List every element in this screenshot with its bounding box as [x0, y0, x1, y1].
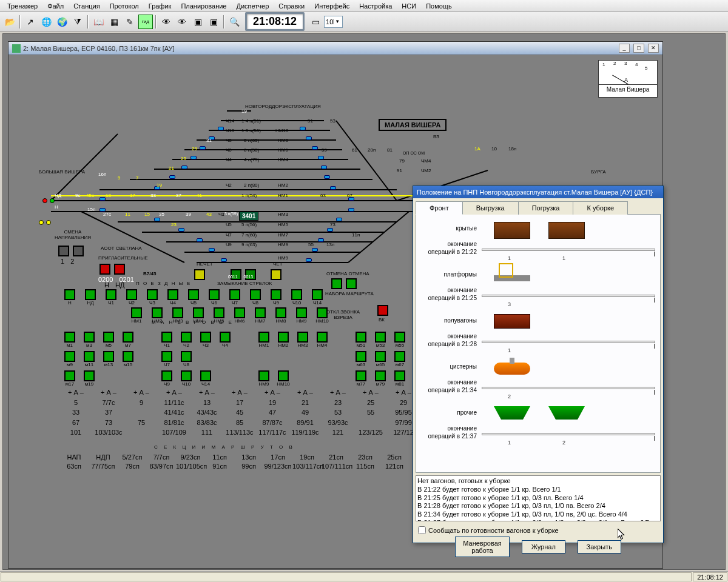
menu-9[interactable]: Настройка: [354, 1, 397, 10]
dir-btn-1[interactable]: [58, 246, 69, 256]
bm3-м81[interactable]: [394, 370, 405, 381]
br2-НМ7[interactable]: [255, 307, 266, 318]
bm1-м7[interactable]: [123, 332, 133, 343]
bm2-м65[interactable]: [375, 351, 386, 362]
maximize-button[interactable]: □: [633, 44, 644, 53]
tool-grid-icon[interactable]: ▦: [107, 15, 121, 29]
bm3-м19[interactable]: [84, 370, 95, 381]
br1-Ч9[interactable]: [271, 289, 281, 300]
bm2-м67[interactable]: [394, 351, 405, 362]
br1-Ч3[interactable]: [147, 289, 158, 300]
bm1-Ч1[interactable]: [161, 332, 172, 343]
br2-НМ4[interactable]: [193, 307, 204, 318]
br2-НМ6[interactable]: [234, 307, 245, 318]
bm1-НМ3[interactable]: [297, 332, 308, 343]
tool-book-icon[interactable]: 📖: [91, 15, 106, 29]
bm1-Ч2[interactable]: [181, 332, 192, 343]
tool-eye1-icon[interactable]: 👁: [159, 15, 174, 29]
wagon-tank[interactable]: [494, 363, 530, 375]
tool-rec-icon[interactable]: ▣: [206, 15, 221, 29]
wagon-hopper[interactable]: [548, 406, 585, 420]
bm3-НМ9[interactable]: [258, 370, 269, 381]
wagon-brown[interactable]: [494, 222, 530, 239]
pnp-panel-title[interactable]: Положение на ПНП Новгороддорэксплуатация…: [413, 186, 663, 198]
station-titlebar[interactable]: 2: Малая Вишера, ЕСР 04160, ПЗ 161км 7пк…: [8, 42, 662, 55]
menu-11[interactable]: Помощь: [421, 1, 457, 10]
br1-Ч14[interactable]: [312, 289, 323, 300]
bm1-Ч4[interactable]: [220, 332, 231, 343]
cancel-2[interactable]: [346, 278, 357, 289]
bm1-м55[interactable]: [394, 332, 405, 343]
menu-4[interactable]: График: [144, 1, 177, 10]
bm1-м5[interactable]: [103, 332, 114, 343]
main-menu[interactable]: ТренажерФайлСтанцияПротоколГрафикПланиро…: [0, 0, 728, 12]
shunt-button[interactable]: Маневровая работа: [455, 537, 509, 557]
menu-0[interactable]: Тренажер: [2, 1, 42, 10]
inv-0201[interactable]: [114, 264, 125, 275]
tool-arrow-icon[interactable]: ↗: [23, 15, 38, 29]
bm3-НМ10[interactable]: [278, 370, 289, 381]
bm2-м11[interactable]: [84, 351, 95, 362]
tab-unload[interactable]: Выгрузка: [462, 201, 519, 215]
bm2-Ч8[interactable]: [181, 351, 192, 362]
menu-8[interactable]: Интерфейс: [309, 1, 354, 10]
cancel-1[interactable]: [331, 278, 342, 289]
notify-checkbox[interactable]: Сообщать по готовности вагонов к уборке: [418, 526, 559, 534]
bm1-м1[interactable]: [64, 332, 75, 343]
br2-НМ8[interactable]: [275, 307, 286, 318]
tab-front[interactable]: Фронт: [416, 201, 463, 215]
pnp-log[interactable]: Нет вагонов, готовых к уборкеВ 21:22 буд…: [416, 475, 661, 521]
tool-open-icon[interactable]: 📂: [2, 15, 17, 29]
tool-eye2-icon[interactable]: 👁: [175, 15, 189, 29]
tab-clean[interactable]: К уборке: [573, 201, 628, 215]
br1-Ч10[interactable]: [291, 289, 302, 300]
br1-Ч1[interactable]: [106, 289, 116, 300]
bm3-м79[interactable]: [375, 370, 386, 381]
bm3-Ч14[interactable]: [200, 370, 211, 381]
wagon-brown[interactable]: [548, 222, 585, 239]
bm3-Ч10[interactable]: [181, 370, 192, 381]
vk-btn[interactable]: [377, 305, 388, 316]
inv-0200[interactable]: [99, 264, 110, 275]
tool-search-icon[interactable]: 🔍: [227, 15, 241, 29]
br1-Ч7[interactable]: [229, 289, 240, 300]
br2-НМ1[interactable]: [131, 307, 142, 318]
br2-НМ5[interactable]: [214, 307, 224, 318]
bm1-НМ4[interactable]: [317, 332, 328, 343]
bm1-м53[interactable]: [375, 332, 386, 343]
bm3-Ч9[interactable]: [161, 370, 172, 381]
menu-7[interactable]: Справки: [274, 1, 309, 10]
bm1-НМ1[interactable]: [258, 332, 269, 343]
zoom-combo[interactable]: 10▼: [324, 16, 343, 28]
br1-Ч5[interactable]: [188, 289, 199, 300]
tool-funnel-icon[interactable]: ⧩: [70, 15, 85, 29]
tab-load[interactable]: Погрузка: [518, 201, 574, 215]
bm2-Ч7[interactable]: [161, 351, 172, 362]
menu-1[interactable]: Файл: [42, 1, 69, 10]
chet-y[interactable]: [271, 269, 281, 280]
minimize-button[interactable]: _: [619, 44, 630, 53]
bm1-НМ2[interactable]: [278, 332, 289, 343]
bm2-м63[interactable]: [356, 351, 366, 362]
bm2-м9[interactable]: [64, 351, 75, 362]
br1-Ч8[interactable]: [250, 289, 261, 300]
nechet-y[interactable]: [194, 269, 205, 280]
br1-Ч2[interactable]: [126, 289, 137, 300]
dir-btn-2[interactable]: [73, 246, 84, 256]
tool-pencil-icon[interactable]: ✎: [123, 15, 137, 29]
journal-button[interactable]: Журнал: [522, 540, 565, 554]
train-number[interactable]: 3401: [239, 212, 258, 221]
wagon-crane[interactable]: [494, 275, 530, 281]
close-panel-button[interactable]: Закрыть: [578, 540, 621, 554]
bm3-м17[interactable]: [64, 370, 75, 381]
menu-6[interactable]: Диспетчер: [231, 1, 274, 10]
tool-gap-icon[interactable]: ▭: [308, 15, 323, 29]
br1-Ч6[interactable]: [209, 289, 220, 300]
br2-НМ9[interactable]: [296, 307, 307, 318]
tool-globe1-icon[interactable]: 🌐: [39, 15, 53, 29]
tool-ab-icon[interactable]: ▣: [190, 15, 205, 29]
br1-Ч4[interactable]: [167, 289, 178, 300]
bm2-м15[interactable]: [123, 351, 133, 362]
menu-10[interactable]: НСИ: [397, 1, 421, 10]
br1-Н[interactable]: [64, 289, 75, 300]
